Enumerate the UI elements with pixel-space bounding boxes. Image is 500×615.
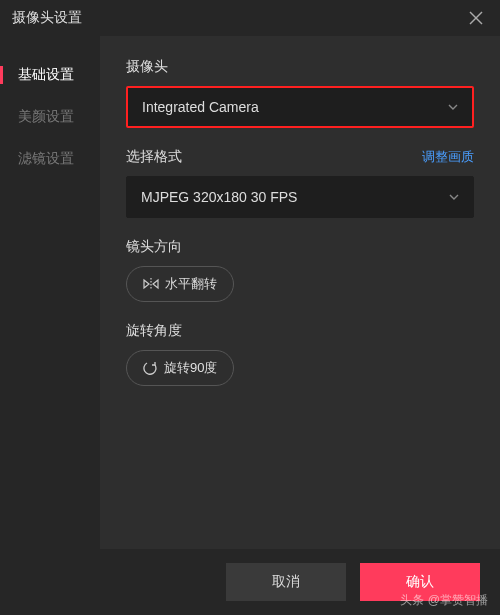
sidebar-item-basic[interactable]: 基础设置 [0, 54, 100, 96]
confirm-button[interactable]: 确认 [360, 563, 480, 601]
sidebar-item-filter[interactable]: 滤镜设置 [0, 138, 100, 180]
camera-dropdown-value: Integrated Camera [142, 99, 259, 115]
content-panel: 摄像头 Integrated Camera 选择格式 调整画质 MJPEG 32… [100, 36, 500, 549]
chevron-down-icon [447, 102, 458, 113]
camera-settings-window: 摄像头设置 基础设置 美颜设置 滤镜设置 摄像头 [0, 0, 500, 615]
camera-label: 摄像头 [126, 58, 168, 76]
camera-dropdown[interactable]: Integrated Camera [126, 86, 474, 128]
rotate-90-button[interactable]: 旋转90度 [126, 350, 234, 386]
dialog-body: 基础设置 美颜设置 滤镜设置 摄像头 Integrated Camera [0, 36, 500, 549]
camera-field: 摄像头 Integrated Camera [126, 58, 474, 128]
adjust-quality-link[interactable]: 调整画质 [422, 148, 474, 166]
rotate-icon [143, 361, 158, 376]
mirror-label: 镜头方向 [126, 238, 182, 256]
format-field: 选择格式 调整画质 MJPEG 320x180 30 FPS [126, 148, 474, 218]
sidebar-item-label: 美颜设置 [18, 108, 74, 124]
format-dropdown-value: MJPEG 320x180 30 FPS [141, 189, 297, 205]
format-label: 选择格式 [126, 148, 182, 166]
sidebar-item-label: 基础设置 [18, 66, 74, 82]
svg-marker-3 [153, 280, 158, 288]
sidebar: 基础设置 美颜设置 滤镜设置 [0, 36, 100, 549]
rotate-button-label: 旋转90度 [164, 359, 217, 377]
sidebar-item-beauty[interactable]: 美颜设置 [0, 96, 100, 138]
window-title: 摄像头设置 [12, 9, 82, 27]
svg-marker-2 [144, 280, 149, 288]
cancel-button[interactable]: 取消 [226, 563, 346, 601]
horizontal-flip-button[interactable]: 水平翻转 [126, 266, 234, 302]
close-button[interactable] [464, 6, 488, 30]
close-icon [469, 11, 483, 25]
chevron-down-icon [448, 192, 459, 203]
flip-horizontal-icon [143, 277, 159, 291]
rotate-label: 旋转角度 [126, 322, 182, 340]
format-dropdown[interactable]: MJPEG 320x180 30 FPS [126, 176, 474, 218]
flip-button-label: 水平翻转 [165, 275, 217, 293]
mirror-field: 镜头方向 水平翻转 [126, 238, 474, 302]
dialog-footer: 取消 确认 [0, 549, 500, 615]
sidebar-item-label: 滤镜设置 [18, 150, 74, 166]
rotate-field: 旋转角度 旋转90度 [126, 322, 474, 386]
titlebar: 摄像头设置 [0, 0, 500, 36]
